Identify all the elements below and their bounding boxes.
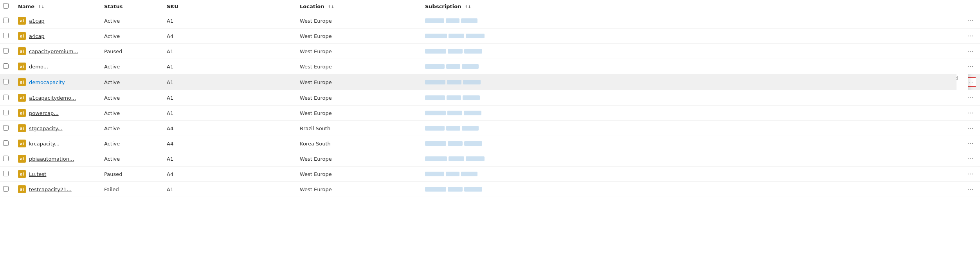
subscription-blurred-text [447,80,461,84]
name-column-header[interactable]: Name ↑↓ [14,0,100,13]
status-cell: Active [100,13,163,29]
subscription-cell [421,90,957,106]
row-checkbox[interactable] [3,140,9,146]
row-ellipsis-button[interactable]: ··· [965,124,976,133]
capacity-name-link[interactable]: a1cap [29,18,45,24]
subscription-sort-icon[interactable]: ↑↓ [465,5,471,9]
row-ellipsis-button[interactable]: ··· [965,16,976,25]
name-cell: aipowercap... [14,106,100,121]
status-cell: Paused [100,44,163,59]
subscription-blurred-text [425,34,447,38]
capacity-icon: ai [18,17,26,25]
capacity-name-link[interactable]: Lu.test [29,171,46,177]
actions-column-header [957,0,980,13]
status-cell: Active [100,121,163,136]
row-ellipsis-button[interactable]: ··· [965,47,976,56]
row-checkbox[interactable] [3,110,9,115]
context-menu: 📌Pin to dashboardPauseDelete [957,74,968,90]
row-checkbox[interactable] [3,156,9,161]
subscription-cell [421,136,957,151]
subscription-column-header[interactable]: Subscription ↑↓ [421,0,957,13]
name-sort-icon[interactable]: ↑↓ [38,5,45,9]
sku-cell: A1 [163,59,296,74]
capacity-name-link[interactable]: powercap... [29,110,59,116]
sku-cell: A1 [163,151,296,167]
subscription-cell [421,59,957,74]
row-ellipsis-button[interactable]: ··· [965,32,976,40]
subscription-blurred-text [447,95,461,100]
row-checkbox-cell [0,167,14,182]
context-menu-item-pause[interactable]: Pause [957,84,968,90]
row-checkbox[interactable] [3,33,9,38]
status-column-header: Status [100,0,163,13]
row-ellipsis-button[interactable]: ··· [965,185,976,194]
actions-cell: ··· [957,182,980,197]
row-ellipsis-button[interactable]: ··· [965,109,976,117]
capacity-name-link[interactable]: democapacity [29,79,65,85]
subscription-blurred-text [448,141,463,146]
table-row: aipbiaautomation...ActiveA1West Europe··… [0,151,980,167]
location-cell: West Europe [296,182,421,197]
table-row: aiLu.testPausedA4West Europe··· [0,167,980,182]
subscription-cell [421,44,957,59]
row-checkbox-cell [0,13,14,29]
context-menu-item-pin[interactable]: 📌Pin to dashboard [957,74,968,84]
row-checkbox[interactable] [3,48,9,54]
capacity-name-link[interactable]: capacitypremium... [29,48,78,54]
capacity-name-link[interactable]: demo... [29,64,48,70]
row-ellipsis-button[interactable]: ··· [965,62,976,71]
location-cell: West Europe [296,74,421,90]
row-checkbox[interactable] [3,171,9,176]
row-checkbox[interactable] [3,186,9,192]
capacity-name-link[interactable]: stgcapacity... [29,126,63,131]
subscription-cell [421,167,957,182]
row-checkbox[interactable] [3,95,9,100]
actions-cell: ··· [957,167,980,182]
subscription-blurred-text [464,49,482,54]
row-ellipsis-button[interactable]: ··· [965,139,976,148]
actions-cell: ··· [957,90,980,106]
capacity-name-link[interactable]: a1capacitydemo... [29,95,76,101]
table-row: aia1capActiveA1West Europe··· [0,13,980,29]
row-checkbox[interactable] [3,125,9,131]
location-column-header[interactable]: Location ↑↓ [296,0,421,13]
actions-cell: ··· [957,106,980,121]
subscription-blurred-text [466,156,485,161]
subscription-blurred-text [446,64,460,69]
capacity-name-link[interactable]: a4cap [29,33,45,39]
row-checkbox-cell [0,182,14,197]
name-cell: aidemocapacity [14,74,100,90]
row-ellipsis-button[interactable]: ··· [965,170,976,178]
location-cell: West Europe [296,167,421,182]
name-cell: aistgcapacity... [14,121,100,136]
sku-cell: A4 [163,167,296,182]
location-cell: West Europe [296,90,421,106]
capacity-icon: ai [18,63,26,70]
capacity-name-link[interactable]: pbiaautomation... [29,156,74,162]
subscription-blurred-text [425,80,445,84]
table-row: aitestcapacity21...FailedA1West Europe··… [0,182,980,197]
subscription-blurred-text [446,172,459,176]
location-cell: Brazil South [296,121,421,136]
subscription-blurred-text [448,187,463,192]
row-checkbox[interactable] [3,79,9,84]
location-sort-icon[interactable]: ↑↓ [328,5,334,9]
subscription-blurred-text [463,80,481,84]
row-ellipsis-button[interactable]: ··· [965,154,976,163]
subscription-cell [421,151,957,167]
name-cell: aicapacitypremium... [14,44,100,59]
status-cell: Active [100,136,163,151]
subscription-blurred-text [461,172,477,176]
subscription-blurred-text [425,111,446,115]
capacity-name-link[interactable]: krcapacity... [29,141,59,147]
row-checkbox[interactable] [3,63,9,69]
capacity-name-link[interactable]: testcapacity21... [29,186,72,192]
actions-cell: ··· [957,13,980,29]
subscription-blurred-text [425,49,446,54]
row-checkbox[interactable] [3,18,9,23]
select-all-checkbox[interactable] [3,3,9,9]
subscription-blurred-text [462,126,479,131]
name-cell: aidemo... [14,59,100,74]
location-column-label: Location [300,4,324,9]
row-ellipsis-button[interactable]: ··· [965,93,976,102]
